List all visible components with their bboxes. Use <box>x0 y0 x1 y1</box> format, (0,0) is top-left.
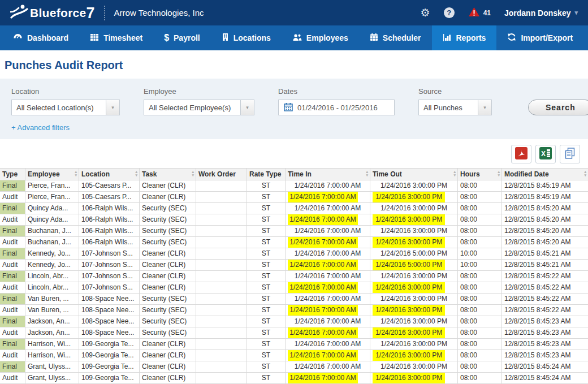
audit-highlight: 1/24/2016 3:00:00 PM <box>373 350 445 361</box>
employee-select[interactable]: All Selected Employee(s) ▾ <box>144 100 254 115</box>
sort-icon[interactable]: ▴▾ <box>453 170 456 177</box>
settings-gear-icon[interactable]: ⚙ <box>421 7 430 18</box>
payroll-dollar-icon: $ <box>164 33 169 43</box>
nav-reports[interactable]: Reports <box>432 25 497 50</box>
help-icon[interactable]: ? <box>444 7 455 18</box>
cell-work_order <box>196 327 247 338</box>
cell-rate_type: ST <box>247 192 286 202</box>
cell-employee: Jackson, An... <box>25 327 79 338</box>
cell-work_order <box>196 248 247 259</box>
cell-time_out: 1/24/2016 3:00:00 PM <box>370 294 458 304</box>
cell-type: Audit <box>0 214 25 225</box>
cell-rate_type: ST <box>247 180 286 191</box>
brand-logo[interactable]: Blueforce 7 <box>10 4 95 22</box>
employee-filter-label: Employee <box>144 87 254 96</box>
cell-time_in: 1/24/2016 7:00:00 AM <box>286 248 370 259</box>
cell-rate_type: ST <box>247 373 286 383</box>
export-excel-button[interactable]: X <box>535 145 556 163</box>
cell-modified: 12/8/2015 8:45:20 AM <box>502 214 588 225</box>
sort-icon[interactable]: ▴▾ <box>584 170 586 177</box>
cell-modified: 12/8/2015 8:45:20 AM <box>502 226 588 236</box>
cell-location: 106-Ralph Wils... <box>79 214 140 225</box>
audit-highlight: 1/24/2016 3:00:00 PM <box>373 214 445 225</box>
pdf-icon <box>515 147 528 162</box>
advanced-filters-link[interactable]: + Advanced filters <box>11 123 70 132</box>
nav-timesheet[interactable]: Timesheet <box>79 25 153 50</box>
cell-hours: 10:00 <box>458 260 502 270</box>
alert-count: 41 <box>483 9 491 17</box>
nav-payroll[interactable]: $ Payroll <box>153 25 211 50</box>
location-filter-label: Location <box>11 87 120 96</box>
audit-highlight: 1/24/2016 7:00:00 AM <box>288 282 358 293</box>
cell-rate_type: ST <box>247 214 286 225</box>
search-button[interactable]: Search <box>528 100 588 115</box>
column-header-hours[interactable]: Hours▴▾ <box>458 169 502 180</box>
nav-scheduler[interactable]: Scheduler <box>359 25 432 50</box>
source-select[interactable]: All Punches ▾ <box>418 100 492 115</box>
cell-time_out: 1/24/2016 3:00:00 PM <box>370 237 458 248</box>
cell-task: Security (SEC) <box>140 226 196 236</box>
cell-modified: 12/8/2015 8:45:23 AM <box>502 316 588 327</box>
cell-time_in: 1/24/2016 7:00:00 AM <box>286 180 370 191</box>
cell-hours: 08:00 <box>458 327 502 338</box>
cell-work_order <box>196 203 247 214</box>
audit-highlight: 1/24/2016 3:00:00 PM <box>373 305 445 316</box>
cell-time_out: 1/24/2016 3:00:00 PM <box>370 316 458 327</box>
sort-icon[interactable]: ▴▾ <box>192 170 194 177</box>
sort-icon[interactable]: ▴▾ <box>498 170 500 177</box>
cell-type: Audit <box>0 305 25 316</box>
cell-type: Audit <box>0 260 25 270</box>
cell-hours: 08:00 <box>458 226 502 236</box>
user-menu[interactable]: Jordann Donskey ▾ <box>504 8 578 18</box>
nav-import-export[interactable]: Import/Export <box>496 25 583 50</box>
cell-type: Final <box>0 316 25 327</box>
cell-location: 107-Johnson S... <box>79 248 140 259</box>
table-row: FinalBuchanan, J...106-Ralph Wils...Secu… <box>0 226 588 237</box>
sort-icon[interactable]: ▴▾ <box>135 170 137 177</box>
nav-dashboard[interactable]: Dashboard <box>2 25 79 50</box>
cell-employee: Kennedy, Jo... <box>25 248 79 259</box>
column-header-time_in[interactable]: Time In▴▾ <box>286 169 370 180</box>
audit-highlight: 1/24/2016 7:00:00 AM <box>288 192 358 202</box>
column-header-time_out[interactable]: Time Out▴▾ <box>370 169 458 180</box>
export-pdf-button[interactable] <box>511 145 531 163</box>
alerts-indicator[interactable]: 41 <box>468 7 491 19</box>
column-header-modified[interactable]: Modified Date▴▾ <box>502 169 588 180</box>
cell-type: Final <box>0 271 25 282</box>
sort-icon[interactable]: ▴▾ <box>366 170 368 177</box>
cell-rate_type: ST <box>247 271 286 282</box>
cell-rate_type: ST <box>247 260 286 270</box>
cell-location: 109-Georgia Te... <box>79 350 140 361</box>
cell-hours: 10:00 <box>458 248 502 259</box>
cell-time_in: 1/24/2016 7:00:00 AM <box>286 260 370 270</box>
cell-time_in: 1/24/2016 7:00:00 AM <box>286 271 370 282</box>
cell-rate_type: ST <box>247 339 286 350</box>
column-header-task[interactable]: Task▴▾ <box>140 169 196 180</box>
audit-highlight: 1/24/2016 7:00:00 AM <box>288 260 358 270</box>
cell-time_in: 1/24/2016 7:00:00 AM <box>286 373 370 383</box>
cell-employee: Van Buren, ... <box>25 305 79 316</box>
cell-work_order <box>196 271 247 282</box>
cell-rate_type: ST <box>247 294 286 304</box>
reports-chart-icon <box>443 33 452 43</box>
column-header-employee[interactable]: Employee▴▾ <box>25 169 79 180</box>
scheduler-calendar-icon <box>370 33 378 43</box>
cell-type: Final <box>0 180 25 191</box>
nav-locations[interactable]: Locations <box>211 25 282 50</box>
excel-icon: X <box>539 147 552 162</box>
nav-employees[interactable]: Employees <box>282 25 359 50</box>
chevron-down-icon: ▾ <box>240 100 254 115</box>
column-header-work_order: Work Order <box>196 169 247 180</box>
table-row: FinalVan Buren, ...108-Space Nee...Secur… <box>0 294 588 305</box>
cell-time_in: 1/24/2016 7:00:00 AM <box>286 214 370 225</box>
audit-highlight: 1/24/2016 3:00:00 PM <box>373 192 445 202</box>
cell-hours: 08:00 <box>458 361 502 372</box>
table-row: AuditHarrison, Wi...109-Georgia Te...Cle… <box>0 350 588 361</box>
cell-location: 105-Caesars P... <box>79 180 140 191</box>
table-row: FinalQuincy Ada...106-Ralph Wils...Secur… <box>0 203 588 214</box>
date-range-input[interactable]: 01/24/2016 - 01/25/2016 <box>278 100 395 115</box>
sort-icon[interactable]: ▴▾ <box>75 170 77 177</box>
export-copy-button[interactable] <box>560 145 580 163</box>
column-header-location[interactable]: Location▴▾ <box>79 169 140 180</box>
location-select[interactable]: All Selected Location(s) ▾ <box>11 100 120 115</box>
